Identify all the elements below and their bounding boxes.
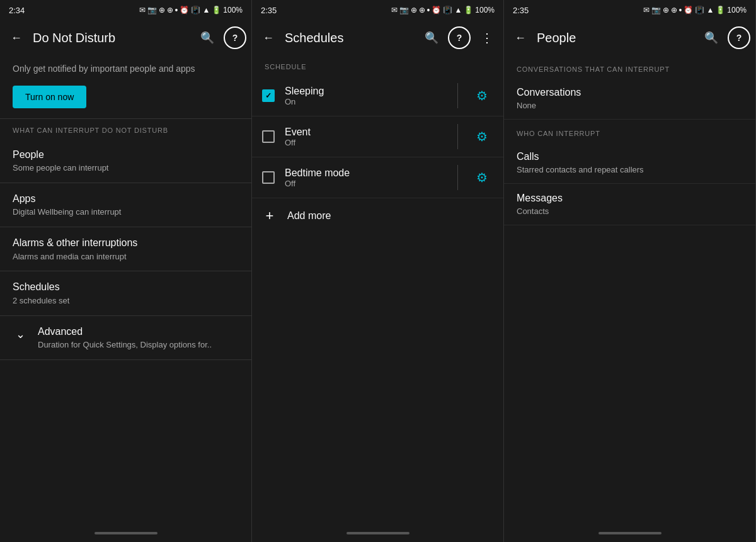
calls-item[interactable]: Calls Starred contacts and repeat caller… bbox=[504, 142, 755, 184]
grid-icon5: ⊕ bbox=[663, 6, 669, 14]
calls-title: Calls bbox=[517, 151, 743, 162]
status-bar-2: 2:35 ✉ 📷 ⊕ ⊕ • ⏰ 📳 ▲ 🔋 100% bbox=[252, 0, 503, 20]
help-button-1[interactable]: ? bbox=[224, 26, 246, 49]
help-icon-2: ? bbox=[457, 33, 462, 43]
divider-6 bbox=[0, 359, 251, 360]
help-icon-3: ? bbox=[736, 33, 742, 43]
list-item-schedules[interactable]: Schedules 2 schedules set bbox=[0, 271, 251, 315]
status-time-2: 2:35 bbox=[261, 6, 277, 15]
battery-icon-1: 🔋 bbox=[212, 6, 221, 14]
checkbox-event[interactable] bbox=[262, 130, 275, 143]
more-icon-2: ⋮ bbox=[481, 30, 494, 45]
content-1: Only get notified by important people an… bbox=[0, 55, 251, 524]
gear-icon-bedtime[interactable]: ⚙ bbox=[471, 166, 493, 189]
help-button-2[interactable]: ? bbox=[448, 26, 471, 49]
header-2: ← Schedules 🔍 ? ⋮ bbox=[252, 20, 503, 55]
header-3: ← People 🔍 ? bbox=[504, 20, 755, 55]
content-2: SCHEDULE Sleeping On ⚙ Event Off ⚙ bbox=[252, 55, 503, 524]
grid-icon2: ⊕ bbox=[167, 6, 173, 14]
dot-icon: • bbox=[175, 5, 178, 15]
more-button-2[interactable]: ⋮ bbox=[476, 26, 498, 49]
list-item-alarms[interactable]: Alarms & other interruptions Alarms and … bbox=[0, 227, 251, 271]
status-bar-1: 2:34 ✉ 📷 ⊕ ⊕ • ⏰ 📳 ▲ 🔋 100% bbox=[0, 0, 251, 20]
checkbox-sleeping[interactable] bbox=[262, 89, 275, 102]
advanced-subtitle: Duration for Quick Settings, Display opt… bbox=[38, 340, 212, 351]
plus-icon: + bbox=[262, 208, 277, 223]
grid-icon1: ⊕ bbox=[159, 6, 165, 14]
apps-subtitle: Digital Wellbeing can interrupt bbox=[13, 207, 121, 218]
schedules-subtitle: 2 schedules set bbox=[13, 296, 69, 307]
schedule-divider-1 bbox=[457, 83, 458, 108]
battery-icon-3: 🔋 bbox=[716, 6, 725, 14]
section-label-1: WHAT CAN INTERRUPT DO NOT DISTURB bbox=[0, 119, 251, 139]
battery-pct-3: 100% bbox=[727, 6, 747, 14]
home-bar-3 bbox=[598, 532, 662, 534]
camera-icon: 📷 bbox=[147, 6, 157, 14]
people-title: People bbox=[13, 148, 108, 162]
checkbox-bedtime[interactable] bbox=[262, 171, 275, 184]
alarm-icon-3: ⏰ bbox=[684, 6, 693, 14]
list-item-apps[interactable]: Apps Digital Wellbeing can interrupt bbox=[0, 183, 251, 227]
conversations-item[interactable]: Conversations None bbox=[504, 78, 755, 120]
search-button-1[interactable]: 🔍 bbox=[196, 26, 219, 49]
section-header-conversations: CONVERSATIONS THAT CAN INTERRUPT bbox=[504, 55, 755, 78]
grid-icon3: ⊕ bbox=[411, 6, 417, 14]
back-button-3[interactable]: ← bbox=[509, 26, 532, 49]
insta-icon-3: 📷 bbox=[651, 6, 661, 14]
schedule-status-event: Off bbox=[285, 138, 445, 147]
home-indicator-2 bbox=[252, 524, 503, 542]
people-subtitle: Some people can interrupt bbox=[13, 163, 108, 174]
schedule-status-bedtime: Off bbox=[285, 179, 445, 188]
status-icons-2: ✉ 📷 ⊕ ⊕ • ⏰ 📳 ▲ 🔋 100% bbox=[391, 5, 495, 15]
conversations-subtitle: None bbox=[517, 101, 743, 110]
add-more-item[interactable]: + Add more bbox=[252, 198, 503, 234]
section-label-2: SCHEDULE bbox=[252, 55, 503, 76]
grid-icon4: ⊕ bbox=[419, 6, 425, 14]
wifi-icon-1: ▲ bbox=[202, 6, 210, 14]
list-item-advanced[interactable]: ⌄ Advanced Duration for Quick Settings, … bbox=[0, 316, 251, 359]
dot-icon2: • bbox=[427, 5, 430, 15]
alarms-subtitle: Alarms and media can interrupt bbox=[13, 252, 137, 263]
page-title-1: Do Not Disturb bbox=[33, 31, 191, 45]
back-button-2[interactable]: ← bbox=[257, 26, 280, 49]
schedule-name-sleeping: Sleeping bbox=[285, 86, 445, 97]
vibrate-icon-2: 📳 bbox=[443, 6, 452, 14]
search-icon-3: 🔍 bbox=[704, 31, 718, 45]
mail-icon: ✉ bbox=[139, 6, 146, 14]
help-button-3[interactable]: ? bbox=[728, 26, 750, 49]
schedule-divider-2 bbox=[457, 124, 458, 149]
panel-do-not-disturb: 2:34 ✉ 📷 ⊕ ⊕ • ⏰ 📳 ▲ 🔋 100% ← Do Not Dis… bbox=[0, 0, 252, 542]
status-icons-1: ✉ 📷 ⊕ ⊕ • ⏰ 📳 ▲ 🔋 100% bbox=[139, 5, 243, 15]
page-title-2: Schedules bbox=[285, 31, 415, 45]
battery-icon-2: 🔋 bbox=[464, 6, 473, 14]
gear-icon-event[interactable]: ⚙ bbox=[471, 125, 493, 148]
page-title-3: People bbox=[537, 31, 695, 45]
battery-pct-1: 100% bbox=[223, 6, 243, 14]
back-icon-2: ← bbox=[263, 31, 274, 45]
search-button-2[interactable]: 🔍 bbox=[420, 26, 443, 49]
advanced-title: Advanced bbox=[38, 325, 212, 339]
section-header-who: WHO CAN INTERRUPT bbox=[504, 120, 755, 142]
home-indicator-1 bbox=[0, 524, 251, 542]
status-bar-3: 2:35 ✉ 📷 ⊕ ⊕ • ⏰ 📳 ▲ 🔋 100% bbox=[504, 0, 755, 20]
messages-item[interactable]: Messages Contacts bbox=[504, 184, 755, 225]
list-item-people[interactable]: People Some people can interrupt bbox=[0, 139, 251, 183]
schedule-item-event[interactable]: Event Off ⚙ bbox=[252, 116, 503, 157]
gear-icon-sleeping[interactable]: ⚙ bbox=[471, 84, 493, 107]
search-button-3[interactable]: 🔍 bbox=[700, 26, 723, 49]
subtitle-1: Only get notified by important people an… bbox=[0, 55, 251, 76]
battery-pct-2: 100% bbox=[475, 6, 495, 14]
schedule-item-bedtime[interactable]: Bedtime mode Off ⚙ bbox=[252, 157, 503, 198]
messages-title: Messages bbox=[517, 193, 743, 204]
wifi-icon-2: ▲ bbox=[454, 6, 462, 14]
home-bar-2 bbox=[346, 532, 410, 534]
insta-icon: 📷 bbox=[399, 6, 409, 14]
status-time-1: 2:34 bbox=[9, 6, 25, 15]
schedule-item-sleeping[interactable]: Sleeping On ⚙ bbox=[252, 76, 503, 116]
turn-on-button[interactable]: Turn on now bbox=[13, 86, 86, 108]
messages-subtitle: Contacts bbox=[517, 206, 743, 216]
schedule-name-bedtime: Bedtime mode bbox=[285, 167, 445, 179]
back-button-1[interactable]: ← bbox=[5, 26, 28, 49]
schedule-status-sleeping: On bbox=[285, 97, 445, 106]
schedules-title: Schedules bbox=[13, 280, 69, 294]
